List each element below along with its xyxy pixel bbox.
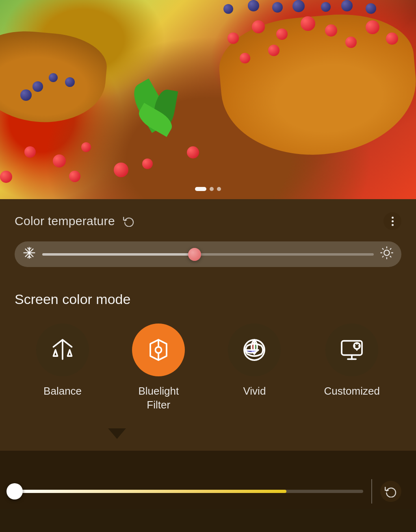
vivid-icon — [242, 338, 266, 362]
slider-divider — [371, 479, 372, 504]
pagination — [195, 187, 221, 191]
berry — [142, 159, 153, 169]
berry — [386, 33, 398, 45]
bluelight-icon — [146, 338, 171, 362]
blueberry — [65, 77, 75, 87]
mode-customized-label: Customized — [324, 384, 380, 398]
berry — [69, 171, 80, 182]
mode-vivid-circle — [228, 324, 281, 376]
pagination-dot-3[interactable] — [217, 187, 221, 191]
color-temp-header: Color temperature — [15, 212, 401, 230]
mode-bluelight-circle — [132, 324, 185, 376]
customized-icon — [340, 338, 364, 362]
svg-line-16 — [390, 249, 391, 250]
color-temp-section: Color temperature — [0, 199, 416, 275]
berry — [240, 53, 250, 63]
blueberry — [20, 89, 32, 101]
mode-customized-button[interactable]: Customized — [324, 324, 380, 398]
mode-vivid-label: Vivid — [243, 384, 266, 398]
blueberry — [223, 4, 233, 14]
color-temp-refresh-button[interactable] — [121, 214, 136, 228]
berry — [24, 146, 36, 158]
mode-balance-button[interactable]: Balance — [36, 324, 89, 398]
temperature-slider-fill — [42, 253, 195, 256]
color-mode-section: Screen color mode Balance — [0, 275, 416, 424]
mode-bluelight-button[interactable]: BluelightFilter — [132, 324, 185, 412]
svg-line-12 — [390, 256, 391, 257]
color-mode-title: Screen color mode — [15, 291, 401, 307]
blueberry — [49, 73, 58, 82]
blueberry — [272, 2, 283, 13]
warm-icon — [380, 246, 393, 262]
snowflake-svg — [23, 246, 36, 259]
berry — [345, 37, 357, 48]
berry — [325, 24, 337, 37]
more-menu-button[interactable] — [384, 212, 401, 230]
berry — [276, 28, 288, 40]
hero-image — [0, 0, 416, 199]
temperature-slider-track[interactable] — [42, 253, 374, 256]
berry — [81, 142, 91, 152]
settings-panel: Color temperature — [0, 199, 416, 532]
mode-customized-circle — [325, 324, 378, 376]
mode-buttons-group: Balance BluelightFilter — [15, 324, 401, 412]
pagination-dot-2[interactable] — [210, 187, 214, 191]
blueberry — [292, 0, 305, 12]
pagination-dot-active[interactable] — [195, 187, 206, 191]
triangle-pointer — [108, 428, 126, 439]
bottom-slider-fill — [15, 490, 286, 493]
balance-icon — [50, 338, 75, 362]
berry — [252, 20, 265, 33]
bottom-slider-thumb[interactable] — [6, 483, 23, 499]
berry — [268, 45, 280, 56]
temperature-slider-thumb[interactable] — [188, 248, 201, 261]
mode-balance-circle — [36, 324, 89, 376]
color-temp-left: Color temperature — [15, 214, 136, 228]
svg-line-15 — [383, 256, 384, 257]
berry — [187, 146, 199, 159]
bottom-refresh-button[interactable] — [380, 481, 401, 502]
mode-vivid-button[interactable]: Vivid — [228, 324, 281, 398]
bottom-slider-section — [0, 451, 416, 532]
color-temp-title: Color temperature — [15, 214, 115, 228]
blueberry — [341, 0, 353, 11]
more-dots-icon — [392, 217, 394, 226]
mode-bluelight-label: BluelightFilter — [138, 384, 179, 412]
blueberry — [321, 2, 331, 12]
svg-point-18 — [156, 347, 162, 353]
berry — [301, 16, 315, 31]
berry — [0, 171, 12, 183]
cold-icon — [23, 246, 36, 262]
bottom-slider-track[interactable] — [15, 490, 363, 493]
berry — [53, 154, 66, 167]
berry — [228, 33, 239, 44]
refresh-icon — [123, 215, 134, 227]
bottom-refresh-icon — [385, 485, 397, 497]
berry — [366, 20, 379, 34]
blueberry — [32, 81, 43, 92]
blueberry — [366, 3, 376, 14]
svg-point-8 — [384, 250, 389, 255]
svg-line-11 — [383, 249, 384, 250]
mode-balance-label: Balance — [43, 384, 82, 398]
temperature-slider-container — [15, 241, 401, 267]
sun-svg — [380, 246, 393, 259]
blueberry — [248, 0, 259, 11]
berry — [114, 163, 128, 177]
